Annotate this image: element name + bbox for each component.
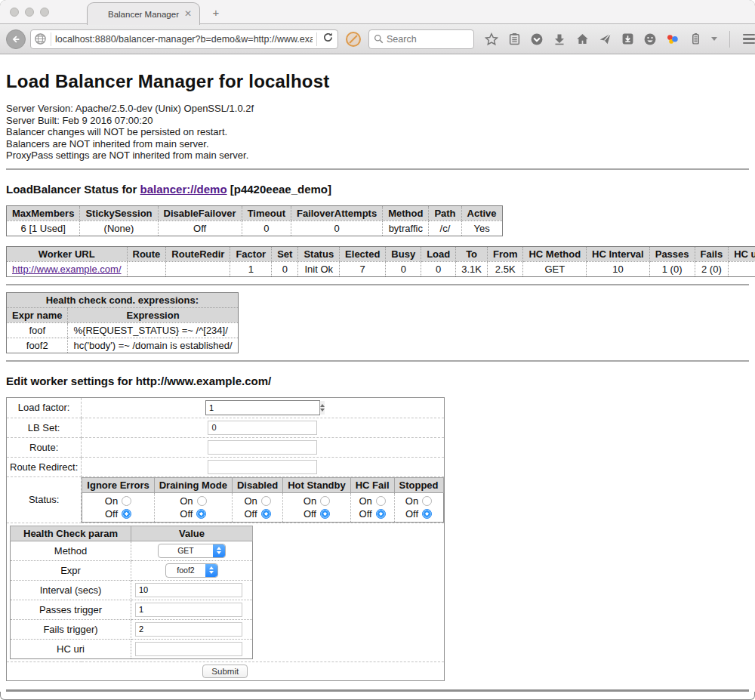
table-header-row: Health Check param Value bbox=[11, 526, 253, 541]
worker-url-link[interactable]: http://www.example.com/ bbox=[12, 264, 122, 275]
titlebar: Balancer Manager ✕ + bbox=[0, 0, 755, 24]
ignore-errors-off-radio[interactable] bbox=[122, 509, 131, 519]
draining-mode-on-radio[interactable] bbox=[197, 496, 207, 506]
tab-title: Balancer Manager bbox=[108, 10, 179, 19]
url-text[interactable]: localhost:8880/balancer-manager?b=demo&w… bbox=[55, 34, 313, 45]
window-controls bbox=[10, 8, 49, 17]
bookmark-star-button[interactable] bbox=[485, 32, 498, 46]
edit-worker-heading: Edit worker settings for http://www.exam… bbox=[6, 375, 749, 387]
col-failoverattempts: FailoverAttempts bbox=[291, 205, 382, 220]
status-label: Status: bbox=[7, 476, 82, 523]
extension-colors-button[interactable] bbox=[666, 32, 680, 46]
hc-fails-label: Fails trigger) bbox=[11, 619, 131, 639]
hc-uri-label: HC uri bbox=[11, 639, 131, 658]
col-hc-fail: HC Fail bbox=[350, 477, 394, 492]
chevron-down-icon[interactable] bbox=[711, 37, 717, 41]
route-redirect-input[interactable] bbox=[208, 460, 317, 474]
home-button[interactable] bbox=[575, 32, 589, 46]
hc-uri-row: HC uri bbox=[11, 639, 253, 658]
colorful-dots-icon bbox=[666, 32, 680, 46]
close-window-button[interactable] bbox=[10, 8, 19, 17]
load-factor-label: Load factor: bbox=[7, 397, 82, 418]
disabled-off-radio[interactable] bbox=[261, 509, 271, 519]
table-row: foof %{REQUEST_STATUS} =~ /^[234]/ bbox=[7, 322, 239, 338]
url-bar[interactable]: localhost:8880/balancer-manager?b=demo&w… bbox=[30, 29, 338, 49]
search-icon bbox=[374, 34, 384, 44]
feedback-button[interactable] bbox=[643, 32, 657, 46]
reload-button[interactable] bbox=[321, 32, 334, 46]
load-factor-row: Load factor: bbox=[7, 397, 445, 418]
bookmarks-menu-button[interactable] bbox=[507, 32, 521, 46]
menu-button[interactable] bbox=[742, 32, 755, 46]
col-path: Path bbox=[429, 205, 461, 220]
draining-mode-off-radio[interactable] bbox=[196, 509, 206, 519]
col-disablefailover: DisableFailover bbox=[158, 205, 242, 220]
radio-row: On Off On Off On Off bbox=[82, 492, 443, 522]
tab-balancer-manager[interactable]: Balancer Manager ✕ bbox=[87, 2, 200, 25]
submit-button[interactable]: Submit bbox=[202, 665, 248, 678]
route-input[interactable] bbox=[208, 440, 317, 455]
ignore-errors-on-radio[interactable] bbox=[122, 496, 131, 506]
col-stopped: Stopped bbox=[394, 477, 443, 492]
table-row: http://www.example.com/ 1 0 Init Ok 7 0 … bbox=[7, 261, 755, 276]
download-panel-button[interactable] bbox=[621, 32, 634, 46]
table-title-row: Health check cond. expressions: bbox=[7, 292, 239, 307]
status-heading-prefix: LoadBalancer Status for bbox=[6, 183, 140, 196]
browser-window: Balancer Manager ✕ + localhost:8880/bala… bbox=[0, 0, 755, 700]
tab-close-icon[interactable]: ✕ bbox=[183, 8, 193, 19]
search-input[interactable] bbox=[387, 34, 462, 45]
page-content: Load Balancer Manager for localhost Serv… bbox=[0, 54, 755, 692]
clipboard-icon bbox=[508, 32, 521, 45]
search-bar[interactable] bbox=[368, 29, 474, 49]
downloads-button[interactable] bbox=[553, 32, 566, 46]
pocket-button[interactable] bbox=[530, 32, 544, 46]
hc-fail-off-radio[interactable] bbox=[376, 509, 386, 519]
new-tab-button[interactable]: + bbox=[208, 6, 223, 20]
expr-table-title: Health check cond. expressions: bbox=[7, 292, 239, 307]
hc-expr-select[interactable]: foof2 bbox=[165, 563, 218, 578]
clipboard-extension-button[interactable] bbox=[689, 32, 702, 46]
hc-passes-label: Passes trigger bbox=[11, 600, 131, 619]
hc-fails-input[interactable] bbox=[135, 622, 242, 637]
hc-fail-on-radio[interactable] bbox=[376, 496, 386, 506]
back-button[interactable] bbox=[6, 29, 26, 49]
hc-method-select[interactable]: GET bbox=[158, 544, 226, 558]
persist-notice-line: Balancer changes will NOT be persisted o… bbox=[6, 126, 749, 138]
lb-set-input[interactable] bbox=[208, 421, 317, 435]
minimize-window-button[interactable] bbox=[25, 8, 34, 17]
load-factor-input[interactable] bbox=[206, 401, 319, 415]
paper-plane-icon bbox=[599, 32, 612, 45]
hot-standby-on-radio[interactable] bbox=[320, 496, 330, 506]
back-arrow-icon bbox=[11, 34, 21, 45]
hc-uri-input[interactable] bbox=[135, 642, 242, 656]
hc-fails-row: Fails trigger) bbox=[11, 619, 253, 639]
col-active: Active bbox=[461, 205, 502, 220]
divider bbox=[6, 360, 749, 362]
stopped-on-radio[interactable] bbox=[422, 496, 432, 506]
col-hc-param: Health Check param bbox=[11, 526, 131, 541]
stopped-off-radio[interactable] bbox=[422, 509, 432, 519]
toolbar-icons bbox=[485, 31, 755, 48]
balancer-demo-link[interactable]: balancer://demo bbox=[140, 183, 227, 196]
hc-expr-label: Expr bbox=[11, 560, 131, 580]
route-row: Route: bbox=[7, 437, 445, 457]
lb-set-label: LB Set: bbox=[7, 418, 82, 437]
navigation-toolbar: localhost:8880/balancer-manager?b=demo&w… bbox=[0, 24, 755, 54]
disabled-on-radio[interactable] bbox=[261, 496, 271, 506]
hc-interval-input[interactable] bbox=[135, 583, 242, 597]
col-maxmembers: MaxMembers bbox=[7, 205, 80, 220]
health-check-param-table: Health Check param Value Method GET bbox=[10, 526, 253, 659]
hc-passes-input[interactable] bbox=[135, 603, 242, 617]
url-separator bbox=[51, 32, 51, 46]
number-spinner-icon[interactable] bbox=[319, 401, 325, 415]
share-button[interactable] bbox=[598, 32, 612, 46]
zoom-window-button[interactable] bbox=[40, 8, 49, 17]
route-redirect-label: Route Redirect: bbox=[7, 457, 82, 476]
route-label: Route: bbox=[7, 437, 82, 457]
col-hot-standby: Hot Standby bbox=[283, 477, 351, 492]
content-blocker-icon[interactable] bbox=[346, 32, 361, 47]
hot-standby-off-radio[interactable] bbox=[320, 509, 330, 519]
table-header-row: Worker URL Route RouteRedir Factor Set S… bbox=[7, 246, 755, 261]
load-factor-stepper[interactable] bbox=[205, 400, 320, 415]
balancer-status-table: MaxMembers StickySession DisableFailover… bbox=[6, 205, 503, 236]
